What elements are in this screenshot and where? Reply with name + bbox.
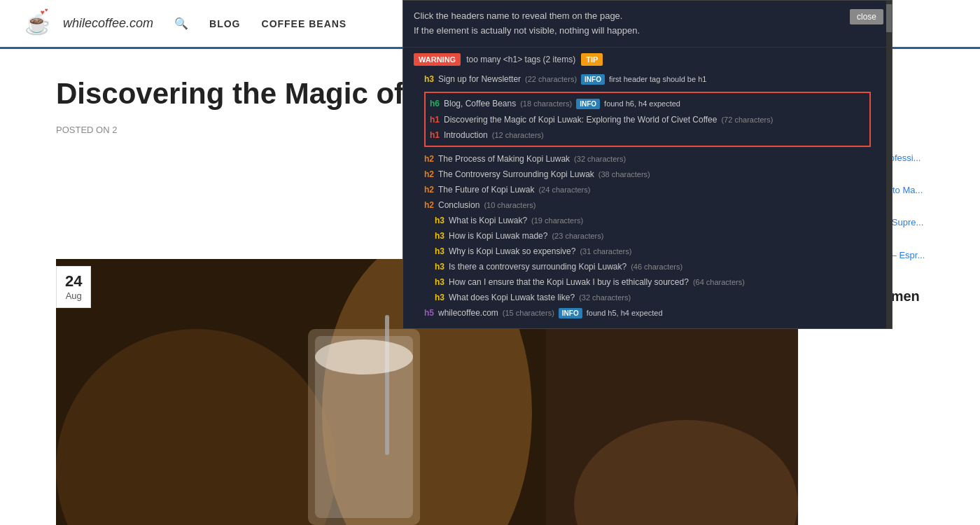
char-count-taste: (32 characters)	[579, 293, 631, 302]
date-month: Aug	[65, 290, 82, 302]
h3-tag-how-made: h3	[435, 231, 444, 241]
header-row-h3-what[interactable]: h3 What is Kopi Luwak? (19 characters)	[414, 213, 881, 228]
char-count-blog: (18 characters)	[520, 99, 572, 108]
header-row-h3-controversy[interactable]: h3 Is there a controversy surrounding Ko…	[414, 259, 881, 274]
char-count-process: (32 characters)	[574, 155, 626, 163]
info-badge-site: INFO	[559, 308, 582, 318]
h1-tag-discovering: h1	[430, 115, 440, 125]
header-text-signup: Sign up for Newsletter	[438, 74, 521, 84]
h2-tag-process: h2	[424, 154, 434, 164]
char-count-what: (19 characters)	[531, 216, 583, 225]
h1-tag-intro: h1	[430, 130, 440, 140]
date-badge: 24 Aug	[56, 266, 91, 308]
warning-row: WARNING too many <h1> tags (2 items) TIP	[403, 48, 892, 71]
nav-coffee-beans-link[interactable]: COFFEE BEANS	[262, 18, 347, 29]
header-text-what: What is Kopi Luwak?	[449, 216, 527, 225]
search-icon[interactable]: 🔍	[174, 17, 188, 30]
header-text-intro: Introduction	[444, 130, 488, 140]
header-text-controversy: The Controversy Surrounding Kopi Luwak	[438, 169, 594, 179]
header-row-h2-process[interactable]: h2 The Process of Making Kopi Luwak (32 …	[414, 151, 881, 167]
char-count-how-made: (23 characters)	[552, 232, 603, 240]
header-row-h3-why-expensive[interactable]: h3 Why is Kopi Luwak so expensive? (31 c…	[414, 244, 881, 259]
char-count-intro: (12 characters)	[492, 131, 544, 139]
char-count-signup: (22 characters)	[525, 75, 577, 83]
logo-icon: ☕ ♥ ♥	[21, 6, 56, 41]
char-count-discovering: (72 characters)	[721, 115, 773, 124]
char-count-conclusion: (10 characters)	[484, 201, 536, 209]
header-text-blog: Blog, Coffee Beans	[444, 99, 516, 108]
char-count-controversy: (38 characters)	[598, 170, 650, 178]
header-text-site: whilecoffee.com	[438, 308, 498, 318]
char-count-ethically: (64 characters)	[693, 278, 745, 286]
svg-text:♥: ♥	[45, 7, 48, 13]
tip-badge: TIP	[581, 53, 603, 66]
header-text-discovering: Discovering the Magic of Kopi Luwak: Exp…	[444, 115, 717, 125]
header-rows: h3 Sign up for Newsletter (22 characters…	[403, 71, 892, 321]
header-row-h3-how-made[interactable]: h3 How is Kopi Luwak made? (23 character…	[414, 228, 881, 244]
header-row-h1-discovering[interactable]: h1 Discovering the Magic of Kopi Luwak: …	[430, 112, 865, 127]
seo-panel-header: Click the headers name to reveal them on…	[403, 1, 892, 48]
header-text-conclusion: Conclusion	[438, 200, 479, 210]
info-badge-blog: INFO	[576, 99, 600, 109]
h5-tag-site: h5	[424, 308, 434, 318]
logo-text: whilecoffee.com	[63, 16, 153, 31]
date-day: 24	[65, 272, 82, 290]
header-row-h1-intro[interactable]: h1 Introduction (12 characters)	[430, 127, 865, 143]
info-text-blog: found h6, h4 expected	[604, 99, 680, 108]
h3-tag-what: h3	[435, 216, 444, 225]
svg-text:☕: ☕	[24, 11, 51, 36]
h6-tag-blog: h6	[430, 99, 440, 108]
h2-tag-future: h2	[424, 185, 434, 195]
header-row-h6-blog[interactable]: h6 Blog, Coffee Beans (18 characters) IN…	[430, 96, 865, 112]
header-row-h3-ethically[interactable]: h3 How can I ensure that the Kopi Luwak …	[414, 274, 881, 290]
seo-panel: Click the headers name to reveal them on…	[402, 0, 892, 329]
header-row-signup[interactable]: h3 Sign up for Newsletter (22 characters…	[414, 71, 881, 88]
nav-blog-link[interactable]: BLOG	[209, 18, 240, 29]
close-button[interactable]: close	[850, 9, 883, 24]
header-row-h5-site[interactable]: h5 whilecoffee.com (15 characters) INFO …	[414, 305, 881, 321]
red-bordered-section: h6 Blog, Coffee Beans (18 characters) IN…	[424, 92, 871, 147]
seo-panel-scrollbar[interactable]	[886, 1, 892, 328]
h3-tag-controversy: h3	[435, 262, 444, 272]
header-text-how-made: How is Kopi Luwak made?	[449, 231, 547, 241]
char-count-site: (15 characters)	[503, 309, 554, 317]
info-text-site: found h5, h4 expected	[587, 309, 663, 317]
warning-text: too many <h1> tags (2 items)	[466, 55, 575, 64]
char-count-why-expensive: (31 characters)	[580, 247, 631, 255]
scrollbar-thumb[interactable]	[886, 4, 892, 32]
header-text-future: The Future of Kopi Luwak	[438, 185, 534, 195]
header-row-h2-controversy[interactable]: h2 The Controversy Surrounding Kopi Luwa…	[414, 167, 881, 182]
header-row-h3-taste[interactable]: h3 What does Kopi Luwak taste like? (32 …	[414, 290, 881, 305]
h3-tag-signup: h3	[424, 74, 434, 84]
header-row-h2-conclusion[interactable]: h2 Conclusion (10 characters)	[414, 197, 881, 213]
h2-tag-controversy: h2	[424, 169, 434, 179]
char-count-controversy-h3: (46 characters)	[631, 262, 682, 271]
h2-tag-conclusion: h2	[424, 200, 434, 210]
info-text-signup: first header tag should be h1	[609, 75, 706, 83]
warning-badge: WARNING	[414, 53, 461, 66]
header-text-ethically: How can I ensure that the Kopi Luwak I b…	[449, 277, 689, 287]
info-badge-signup: INFO	[581, 74, 605, 85]
header-text-why-expensive: Why is Kopi Luwak so expensive?	[449, 246, 575, 256]
logo-area: ☕ ♥ ♥ whilecoffee.com	[21, 6, 153, 41]
h3-tag-why-expensive: h3	[435, 246, 444, 256]
svg-rect-8	[385, 315, 389, 455]
char-count-future: (24 characters)	[538, 186, 590, 194]
h3-tag-ethically: h3	[435, 277, 444, 287]
header-text-controversy-h3: Is there a controversy surrounding Kopi …	[449, 262, 626, 272]
header-text-taste: What does Kopi Luwak taste like?	[449, 293, 575, 302]
h3-tag-taste: h3	[435, 293, 444, 302]
instruction-text: Click the headers name to reveal them on…	[414, 9, 881, 38]
header-row-h2-future[interactable]: h2 The Future of Kopi Luwak (24 characte…	[414, 182, 881, 197]
header-text-process: The Process of Making Kopi Luwak	[438, 154, 570, 164]
svg-point-9	[315, 340, 413, 374]
